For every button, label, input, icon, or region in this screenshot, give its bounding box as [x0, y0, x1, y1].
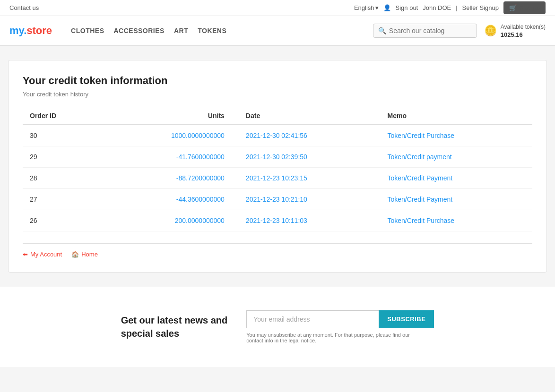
signout-link[interactable]: Sign out: [396, 4, 418, 11]
cell-date: 2021-12-30 02:39:50: [239, 146, 381, 167]
home-label: Home: [81, 251, 98, 258]
table-body: 30 1000.0000000000 2021-12-30 02:41:56 T…: [23, 125, 532, 231]
logo-store-text: store: [26, 25, 52, 36]
language-selector[interactable]: English ▾: [354, 4, 379, 11]
site-logo[interactable]: my.store: [9, 25, 52, 37]
token-label: Available token(s): [501, 23, 546, 31]
main-nav: CLOTHES ACCESSORIES ART TOKENS: [71, 27, 226, 34]
cell-date: 2021-12-23 10:11:03: [239, 210, 381, 231]
top-bar: Contact us English ▾ 👤 Sign out John DOE…: [0, 0, 555, 16]
page-title: Your credit token information: [23, 75, 532, 87]
cell-date: 2021-12-23 10:21:10: [239, 188, 381, 210]
home-link[interactable]: 🏠 Home: [71, 251, 98, 258]
cell-units: 1000.0000000000: [99, 125, 239, 146]
language-arrow-icon: ▾: [375, 4, 379, 11]
logo-nav-group: my.store CLOTHES ACCESSORIES ART TOKENS: [9, 25, 226, 37]
token-icon: 🪙: [484, 25, 497, 37]
cell-units: -88.7200000000: [99, 167, 239, 188]
cell-memo: Token/Credit Purchase: [381, 210, 532, 231]
col-units: Units: [99, 107, 239, 125]
newsletter-section: Get our latest news and special sales SU…: [0, 287, 555, 367]
home-icon: 🏠: [71, 251, 79, 258]
footer-links: ⬅ My Account 🏠 Home: [23, 243, 532, 258]
newsletter-form-row: SUBSCRIBE: [246, 310, 434, 328]
cart-button[interactable]: 🛒 Cart (0): [503, 1, 546, 14]
header-right: 🔍 🪙 Available token(s) 1025.16: [373, 23, 546, 38]
col-date: Date: [239, 107, 381, 125]
nav-item-clothes[interactable]: CLOTHES: [71, 27, 104, 34]
language-label: English: [354, 4, 374, 11]
user-icon: 👤: [383, 4, 391, 11]
cell-date: 2021-12-30 02:41:56: [239, 125, 381, 146]
table-row: 26 200.0000000000 2021-12-23 10:11:03 To…: [23, 210, 532, 231]
nav-item-art[interactable]: ART: [174, 27, 188, 34]
cell-order-id: 26: [23, 210, 99, 231]
cell-order-id: 29: [23, 146, 99, 167]
search-icon: 🔍: [378, 27, 386, 34]
newsletter-heading: Get our latest news and special sales: [121, 314, 228, 340]
nav-top-row: CLOTHES ACCESSORIES ART: [71, 27, 188, 34]
cell-memo: Token/Credit Purchase: [381, 125, 532, 146]
table-row: 30 1000.0000000000 2021-12-30 02:41:56 T…: [23, 125, 532, 146]
my-account-label: My Account: [30, 251, 62, 258]
table-row: 29 -41.7600000000 2021-12-30 02:39:50 To…: [23, 146, 532, 167]
newsletter-form: SUBSCRIBE You may unsubscribe at any mom…: [246, 310, 434, 343]
logo-my-text: my: [9, 25, 24, 36]
page-subtitle: Your credit token history: [23, 91, 532, 98]
my-account-link[interactable]: ⬅ My Account: [23, 251, 62, 258]
email-input[interactable]: [246, 310, 379, 328]
main-content: Your credit token information Your credi…: [8, 60, 547, 273]
table-row: 28 -88.7200000000 2021-12-23 10:23:15 To…: [23, 167, 532, 188]
col-memo: Memo: [381, 107, 532, 125]
search-box[interactable]: 🔍: [373, 24, 477, 38]
table-header: Order ID Units Date Memo: [23, 107, 532, 125]
cart-icon: 🛒: [509, 4, 517, 11]
credit-table: Order ID Units Date Memo 30 1000.0000000…: [23, 107, 532, 231]
cell-units: -41.7600000000: [99, 146, 239, 167]
cell-memo: Token/Credit payment: [381, 146, 532, 167]
col-order-id: Order ID: [23, 107, 99, 125]
nav-item-tokens[interactable]: TOKENS: [198, 27, 226, 34]
table-row: 27 -44.3600000000 2021-12-23 10:21:10 To…: [23, 188, 532, 210]
search-input[interactable]: [389, 27, 472, 34]
cart-label: Cart (0): [519, 4, 540, 11]
my-account-icon: ⬅: [23, 251, 28, 258]
token-info: 🪙 Available token(s) 1025.16: [484, 23, 546, 38]
cell-memo: Token/Credit Payment: [381, 167, 532, 188]
token-amount: 1025.16: [501, 31, 546, 38]
header: my.store CLOTHES ACCESSORIES ART TOKENS …: [0, 16, 555, 46]
cell-order-id: 30: [23, 125, 99, 146]
cell-order-id: 28: [23, 167, 99, 188]
subscribe-button[interactable]: SUBSCRIBE: [379, 310, 434, 328]
seller-signup-link[interactable]: Seller Signup: [462, 4, 499, 11]
cell-date: 2021-12-23 10:23:15: [239, 167, 381, 188]
top-bar-right: English ▾ 👤 Sign out John DOE | Seller S…: [354, 1, 546, 14]
newsletter-notice: You may unsubscribe at any moment. For t…: [246, 332, 416, 343]
cell-units: 200.0000000000: [99, 210, 239, 231]
user-name: John DOE: [423, 4, 451, 11]
newsletter-inner: Get our latest news and special sales SU…: [112, 310, 443, 343]
nav-bottom-row: TOKENS: [198, 27, 226, 34]
nav-item-accessories[interactable]: ACCESSORIES: [113, 27, 164, 34]
separator: |: [456, 4, 457, 11]
contact-us-link[interactable]: Contact us: [9, 4, 39, 11]
cell-memo: Token/Credit Payment: [381, 188, 532, 210]
cell-order-id: 27: [23, 188, 99, 210]
cell-units: -44.3600000000: [99, 188, 239, 210]
